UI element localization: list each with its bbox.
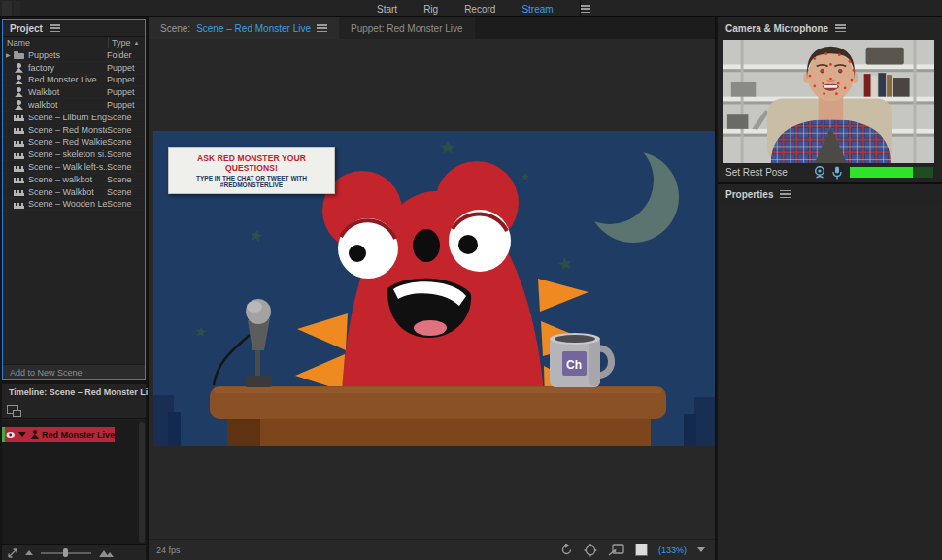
zoom-out-mountain-icon[interactable]	[25, 550, 33, 555]
window-control-strip-2	[14, 1, 20, 16]
puppet-icon	[30, 430, 38, 440]
set-rest-pose-button[interactable]: Set Rest Pose	[725, 167, 788, 178]
project-row[interactable]: ▶ Scene – Walkbot Scene	[3, 186, 145, 199]
project-row[interactable]: ▶ Scene – Walk left-s... Scene	[3, 161, 145, 174]
project-row[interactable]: ▶ Scene – Red Walkie Scene	[3, 137, 145, 149]
project-column-headers: Name Type ▲	[3, 37, 145, 49]
workspace-tab-record[interactable]: Record	[464, 4, 495, 15]
item-type: Folder	[107, 50, 143, 60]
item-name: Scene – skeleton si...	[28, 149, 107, 159]
zoom-level[interactable]: (133%)	[658, 545, 687, 555]
zoom-slider-thumb[interactable]	[63, 548, 68, 557]
item-type-icon	[14, 203, 24, 209]
item-name: walkbot	[28, 100, 107, 110]
monster-right-eye	[449, 210, 511, 272]
item-type-icon	[14, 100, 24, 110]
project-row[interactable]: ▶ Scene – walkbot Scene	[3, 174, 145, 186]
item-type: Puppet	[107, 87, 143, 97]
scene-canvas[interactable]: Ch ASK RED MONSTER YOUR QUESTIONS! TYPE …	[153, 131, 715, 446]
item-type-icon	[14, 75, 24, 84]
timeline-scrollbar[interactable]	[139, 422, 145, 543]
item-type-icon	[14, 128, 24, 134]
crosshair-icon[interactable]	[584, 544, 597, 557]
timeline-track-red-monster[interactable]: Red Monster Live	[2, 427, 115, 442]
fit-timeline-icon[interactable]	[8, 548, 17, 558]
project-row[interactable]: ▶ Puppets Folder	[3, 49, 145, 62]
camera-panel-title: Camera & Microphone	[725, 23, 828, 34]
item-name: Walkbot	[28, 87, 107, 97]
timeline-track-area[interactable]: Red Monster Live	[2, 420, 146, 544]
timeline-zoom-slider[interactable]	[41, 548, 91, 557]
item-type: Scene	[107, 187, 143, 197]
properties-panel-menu-icon[interactable]	[780, 190, 791, 198]
item-type: Scene	[107, 199, 143, 209]
scene-tab-menu-icon[interactable]	[317, 24, 327, 32]
item-type-icon	[14, 53, 24, 59]
add-to-new-scene-button[interactable]: Add to New Scene	[3, 364, 145, 379]
item-type-icon	[14, 190, 24, 196]
webcam-toggle-icon[interactable]	[813, 166, 826, 179]
item-name: Scene – Lilburn Eng...	[28, 113, 107, 122]
item-name: Scene – Red Walkie	[28, 137, 107, 147]
project-row[interactable]: ▶ Scene – Wooden Le... Scene	[3, 199, 145, 212]
item-type-icon	[14, 87, 24, 97]
item-name: factory	[28, 63, 107, 73]
item-type: Puppet	[107, 100, 143, 110]
item-name: Scene – Walk left-s...	[28, 162, 107, 172]
tab-puppet-red-monster-live[interactable]: Puppet: Red Monster Live	[339, 17, 475, 39]
mug-ch-logo: Ch	[566, 358, 582, 372]
webcam-image	[723, 40, 934, 163]
eye-icon[interactable]	[6, 431, 15, 439]
lower-third-banner: ASK RED MONSTER YOUR QUESTIONS! TYPE IN …	[168, 147, 335, 194]
camera-panel-menu-icon[interactable]	[835, 24, 846, 32]
timeline-zoom-bar	[2, 544, 146, 560]
item-name: Scene – Walkbot	[28, 187, 107, 197]
item-type: Puppet	[107, 63, 143, 73]
item-type: Scene	[107, 149, 143, 159]
project-panel-menu-icon[interactable]	[50, 24, 60, 32]
project-row[interactable]: ▶ Scene – skeleton si... Scene	[3, 148, 145, 161]
item-name: Puppets	[28, 50, 107, 60]
item-name: Scene – Wooden Le...	[28, 199, 107, 209]
zoom-dropdown-icon[interactable]	[697, 547, 705, 552]
item-type-icon	[14, 178, 24, 183]
project-row[interactable]: ▶ Scene – Red Monste... Scene	[3, 124, 145, 137]
item-type: Scene	[107, 113, 143, 122]
zoom-in-mountain-icon[interactable]	[99, 549, 113, 557]
project-item-list: ▶ Puppets Folder ▶ factory Puppet ▶ Red …	[3, 49, 145, 211]
disclosure-triangle-icon[interactable]: ▶	[6, 51, 14, 58]
stream-preview-icon[interactable]	[608, 544, 624, 556]
workspace-tab-stream[interactable]: Stream	[521, 4, 553, 15]
track-expand-icon[interactable]	[18, 432, 26, 437]
viewer-status-bar: 24 fps (133%)	[149, 539, 715, 560]
topbar-divider	[580, 0, 581, 17]
window-control-strip	[2, 1, 12, 16]
column-header-type[interactable]: Type ▲	[108, 38, 145, 48]
project-row[interactable]: ▶ Scene – Lilburn Eng... Scene	[3, 112, 145, 124]
project-row[interactable]: ▶ Red Monster Live Puppet	[3, 75, 145, 87]
properties-panel-title: Properties	[725, 189, 773, 200]
right-column: Camera & Microphone	[718, 17, 942, 560]
item-name: Scene – Red Monste...	[28, 125, 107, 135]
banner-subline: TYPE IN THE CHAT OR TWEET WITH #REDMONST…	[173, 175, 330, 188]
project-panel-title: Project	[10, 23, 43, 34]
item-type-icon	[14, 166, 24, 172]
background-matte-swatch[interactable]	[635, 544, 648, 556]
project-row[interactable]: ▶ factory Puppet	[3, 62, 145, 75]
refresh-icon[interactable]	[560, 544, 573, 556]
camera-panel-header: Camera & Microphone	[718, 17, 942, 39]
workspace-tab-start[interactable]: Start	[377, 4, 397, 15]
sort-ascending-icon: ▲	[134, 40, 140, 46]
microphone-toggle-icon[interactable]	[832, 166, 842, 180]
column-header-name[interactable]: Name	[7, 38, 108, 48]
webcam-feed[interactable]	[723, 40, 934, 163]
workspace-tab-rig[interactable]: Rig	[423, 4, 438, 15]
tab-scene-red-monster-live[interactable]: Scene: Scene – Red Monster Live	[149, 17, 339, 39]
snapshot-icon[interactable]	[7, 405, 18, 414]
project-row[interactable]: ▶ Walkbot Puppet	[3, 86, 145, 99]
workspace-menu-icon[interactable]	[580, 5, 590, 13]
project-row[interactable]: ▶ walkbot Puppet	[3, 99, 145, 112]
item-type-icon	[14, 153, 24, 159]
audio-level-meter	[850, 167, 933, 178]
application-bar: Start Rig Record Stream	[0, 0, 942, 17]
